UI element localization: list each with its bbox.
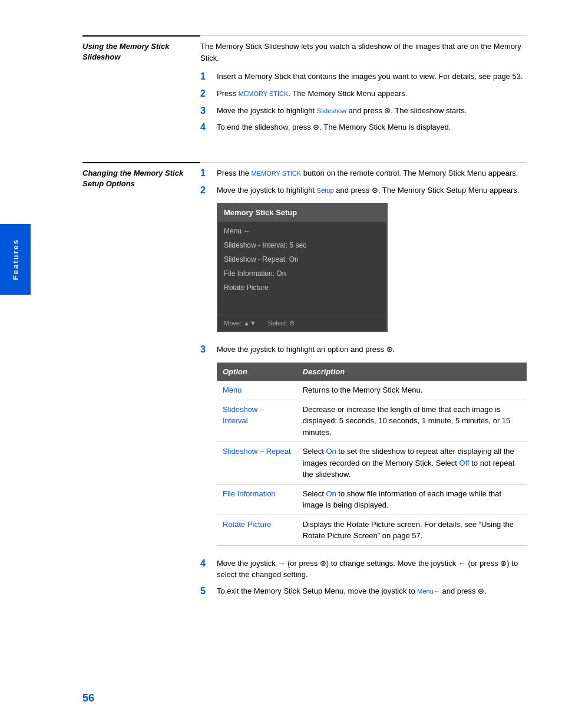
- page-container: Features Using the Memory Stick Slidesho…: [0, 0, 562, 728]
- setup-ref: Setup: [317, 187, 334, 194]
- sidebar-tab: Features: [0, 224, 31, 295]
- table-row: File Information Select On to show file …: [217, 484, 527, 515]
- section-1: Using the Memory Stick Slideshow The Mem…: [82, 35, 527, 139]
- option-name: Slideshow – Repeat: [217, 442, 297, 485]
- menu-item-menu: Menu ←: [218, 224, 386, 238]
- option-desc: Select On to show file information of ea…: [297, 484, 527, 515]
- section-1-title: Using the Memory Stick Slideshow: [82, 41, 189, 62]
- step-2-4: 4 Move the joystick → (or press ⊛) to ch…: [200, 558, 527, 581]
- option-desc: Select On to set the slideshow to repeat…: [297, 442, 527, 485]
- menu-box: Memory Stick Setup Menu ← Slideshow - In…: [217, 203, 388, 332]
- step-content: Move the joystick to highlight an option…: [217, 344, 527, 553]
- menu-item-slideshow-interval: Slideshow - Interval: 5 sec: [218, 238, 386, 252]
- option-name: Rotate Picture: [217, 515, 297, 545]
- table-row: Menu Returns to the Memory Stick Menu.: [217, 381, 527, 400]
- memory-stick-ref: MEMORY STICK: [252, 170, 302, 177]
- step-1-1: 1 Insert a Memory Stick that contains th…: [200, 71, 527, 83]
- table-row: Slideshow –Interval Decrease or increase…: [217, 400, 527, 442]
- menu-back-ref: Menu←: [417, 588, 440, 595]
- step-2-3: 3 Move the joystick to highlight an opti…: [200, 344, 527, 553]
- on-ref: On: [326, 489, 336, 498]
- step-number: 3: [200, 105, 213, 117]
- sidebar-label: Features: [11, 239, 20, 280]
- menu-item-file-info: File Information: On: [218, 266, 386, 281]
- options-table-body: Menu Returns to the Memory Stick Menu. S…: [217, 381, 527, 545]
- step-content: To exit the Memory Stick Setup Menu, mov…: [217, 585, 527, 598]
- table-row: Rotate Picture Displays the Rotate Pictu…: [217, 515, 527, 545]
- step-content: Press the MEMORY STICK button on the rem…: [217, 167, 527, 180]
- memory-stick-ref: MEMORY STICK: [239, 90, 289, 97]
- step-content: Insert a Memory Stick that contains the …: [217, 71, 527, 83]
- step-number: 1: [200, 167, 213, 180]
- section-2-body: 1 Press the MEMORY STICK button on the r…: [200, 162, 527, 602]
- section-2-steps: 1 Press the MEMORY STICK button on the r…: [200, 167, 527, 598]
- section-1-intro: The Memory Stick Slideshow lets you watc…: [200, 41, 527, 64]
- options-table-head: Option Description: [217, 363, 527, 381]
- menu-box-body: Menu ← Slideshow - Interval: 5 sec Slide…: [218, 222, 386, 315]
- section-2-title: Changing the Memory Stick Setup Options: [82, 168, 189, 189]
- option-desc: Decrease or increase the length of time …: [297, 400, 527, 442]
- section-1-steps: 1 Insert a Memory Stick that contains th…: [200, 71, 527, 134]
- slideshow-ref: Slideshow: [317, 107, 346, 114]
- menu-item-rotate: Rotate Picture: [218, 281, 386, 295]
- menu-footer-select: Select: ⊛: [268, 318, 295, 328]
- option-name: Slideshow –Interval: [217, 400, 297, 442]
- col-description: Description: [297, 363, 527, 381]
- page-number: 56: [82, 692, 94, 704]
- option-desc: Returns to the Memory Stick Menu.: [297, 381, 527, 400]
- step-number: 4: [200, 121, 213, 134]
- step-content: To end the slideshow, press ⊛. The Memor…: [217, 121, 527, 134]
- step-2-5: 5 To exit the Memory Stick Setup Menu, m…: [200, 585, 527, 598]
- col-option: Option: [217, 363, 297, 381]
- options-table-header-row: Option Description: [217, 363, 527, 381]
- step-content: Move the joystick → (or press ⊛) to chan…: [217, 558, 527, 581]
- menu-footer-move: Move: ▲▼: [224, 318, 256, 328]
- step-1-3: 3 Move the joystick to highlight Slidesh…: [200, 105, 527, 117]
- step-2-1: 1 Press the MEMORY STICK button on the r…: [200, 167, 527, 180]
- section-2-title-col: Changing the Memory Stick Setup Options: [82, 162, 200, 602]
- options-table: Option Description Menu Returns to the M…: [217, 363, 527, 546]
- option-name: File Information: [217, 484, 297, 515]
- section-1-title-col: Using the Memory Stick Slideshow: [82, 35, 200, 139]
- step-content: Press MEMORY STICK. The Memory Stick Men…: [217, 88, 527, 100]
- step-number: 3: [200, 344, 213, 553]
- step-number: 2: [200, 185, 213, 340]
- section-1-body: The Memory Stick Slideshow lets you watc…: [200, 35, 527, 139]
- step-number: 1: [200, 71, 213, 83]
- main-content: Using the Memory Stick Slideshow The Mem…: [82, 35, 527, 602]
- step-content: Move the joystick to highlight Setup and…: [217, 185, 527, 340]
- option-name: Menu: [217, 381, 297, 400]
- off-ref: Off: [459, 459, 470, 467]
- step-number: 4: [200, 558, 213, 581]
- step-number: 5: [200, 585, 213, 598]
- option-desc: Displays the Rotate Picture screen. For …: [297, 515, 527, 545]
- menu-footer: Move: ▲▼ Select: ⊛: [218, 315, 386, 331]
- step-content: Move the joystick to highlight Slideshow…: [217, 105, 527, 117]
- table-row: Slideshow – Repeat Select On to set the …: [217, 442, 527, 485]
- step-number: 2: [200, 88, 213, 100]
- step-1-2: 2 Press MEMORY STICK. The Memory Stick M…: [200, 88, 527, 100]
- section-2: Changing the Memory Stick Setup Options …: [82, 162, 527, 602]
- menu-box-title: Memory Stick Setup: [218, 204, 386, 222]
- step-1-4: 4 To end the slideshow, press ⊛. The Mem…: [200, 121, 527, 134]
- menu-item-slideshow-repeat: Slideshow - Repeat: On: [218, 252, 386, 266]
- step-2-2: 2 Move the joystick to highlight Setup a…: [200, 185, 527, 340]
- on-ref: On: [326, 447, 336, 456]
